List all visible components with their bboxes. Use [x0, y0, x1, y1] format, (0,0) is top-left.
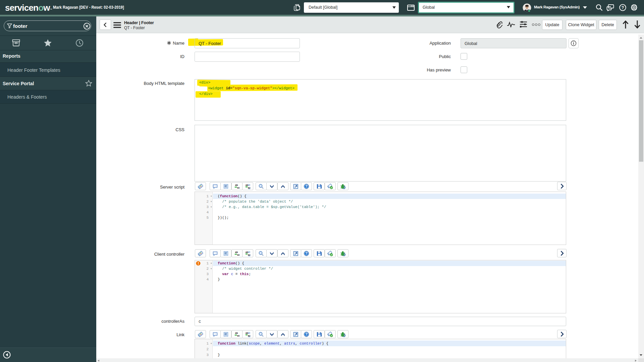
svg-text:?: ? [622, 5, 624, 10]
